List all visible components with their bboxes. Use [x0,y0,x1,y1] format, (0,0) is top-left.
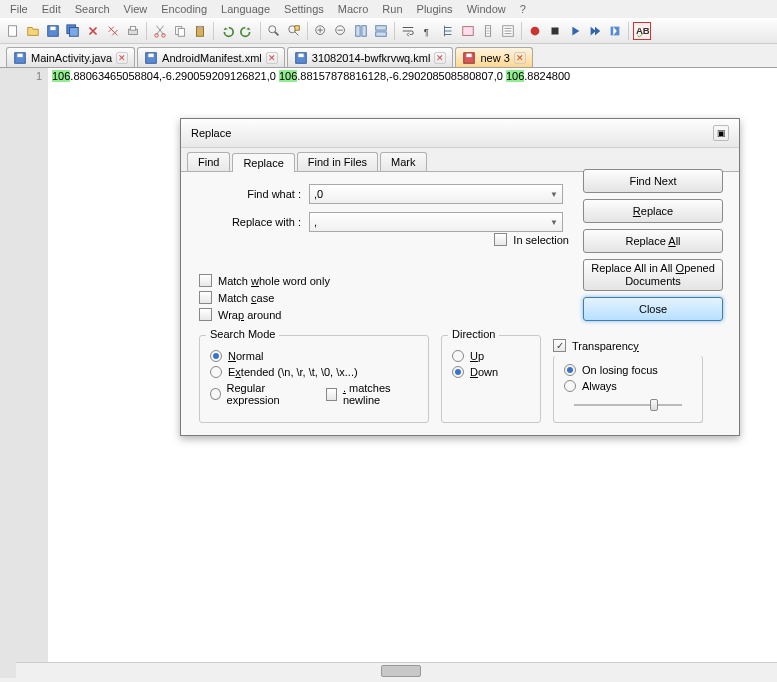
replace-with-input[interactable]: ,▼ [309,212,563,232]
svg-rect-33 [148,53,153,57]
menu-encoding[interactable]: Encoding [155,2,213,16]
radio-normal[interactable]: Normal [210,350,418,362]
undo-icon[interactable] [218,22,236,40]
svg-rect-27 [552,28,559,35]
group-label: Search Mode [206,328,279,340]
svg-rect-0 [9,26,17,37]
chevron-down-icon[interactable]: ▼ [550,218,558,227]
tab-close-icon[interactable]: ✕ [266,52,278,64]
menu-window[interactable]: Window [461,2,512,16]
radio-regex[interactable]: Regular expression . matches newline [210,382,418,406]
radio-up[interactable]: Up [452,350,530,362]
checkbox-icon [199,291,212,304]
transparency-group: ✓Transparency On losing focus Always [553,335,703,423]
highlight: 106 [279,70,297,82]
chevron-down-icon[interactable]: ▼ [550,190,558,199]
tab-replace[interactable]: Replace [232,153,294,172]
save-icon[interactable] [44,22,62,40]
direction-group: Direction Up Down [441,335,541,423]
word-wrap-icon[interactable] [399,22,417,40]
tab-find[interactable]: Find [187,152,230,171]
checkbox-icon [326,388,337,401]
record-macro-icon[interactable] [526,22,544,40]
find-next-button[interactable]: Find Next [583,169,723,193]
redo-icon[interactable] [238,22,256,40]
tab-close-icon[interactable]: ✕ [514,52,526,64]
doc-map-icon[interactable] [479,22,497,40]
copy-icon[interactable] [171,22,189,40]
svg-rect-15 [295,26,299,30]
sync-h-icon[interactable] [372,22,390,40]
file-icon [13,51,27,65]
slider-thumb[interactable] [650,399,658,411]
radio-extended[interactable]: Extended (\n, \r, \t, \0, \x...) [210,366,418,378]
svg-rect-19 [362,26,366,37]
replace-all-opened-button[interactable]: Replace All in All OpenedDocuments [583,259,723,291]
transparency-check[interactable]: ✓Transparency [553,339,703,352]
user-lang-icon[interactable] [459,22,477,40]
play-multi-icon[interactable] [586,22,604,40]
menu-plugins[interactable]: Plugins [411,2,459,16]
replace-icon[interactable] [285,22,303,40]
tab-find-in-files[interactable]: Find in Files [297,152,378,171]
radio-down[interactable]: Down [452,366,530,378]
print-icon[interactable] [124,22,142,40]
spellcheck-icon[interactable]: ABC [633,22,651,40]
play-macro-icon[interactable] [566,22,584,40]
tab-close-icon[interactable]: ✕ [116,52,128,64]
zoom-out-icon[interactable] [332,22,350,40]
cut-icon[interactable] [151,22,169,40]
svg-rect-12 [198,26,202,29]
show-all-chars-icon[interactable]: ¶ [419,22,437,40]
in-selection-check[interactable]: In selection [494,233,569,246]
open-file-icon[interactable] [24,22,42,40]
file-tab-active[interactable]: new 3 ✕ [455,47,532,67]
paste-icon[interactable] [191,22,209,40]
menu-run[interactable]: Run [376,2,408,16]
save-macro-icon[interactable] [606,22,624,40]
dialog-titlebar[interactable]: Replace ▣ [181,119,739,148]
stop-macro-icon[interactable] [546,22,564,40]
menu-search[interactable]: Search [69,2,116,16]
zoom-in-icon[interactable] [312,22,330,40]
radio-always[interactable]: Always [564,380,692,392]
horizontal-scrollbar[interactable] [16,662,777,678]
replace-all-button[interactable]: Replace All [583,229,723,253]
menu-settings[interactable]: Settings [278,2,330,16]
svg-text:¶: ¶ [424,26,429,37]
menu-file[interactable]: File [4,2,34,16]
func-list-icon[interactable] [499,22,517,40]
find-icon[interactable] [265,22,283,40]
radio-on-losing-focus[interactable]: On losing focus [564,364,692,376]
scrollbar-thumb[interactable] [381,665,421,677]
indent-guide-icon[interactable] [439,22,457,40]
new-file-icon[interactable] [4,22,22,40]
replace-dialog: Replace ▣ Find Replace Find in Files Mar… [180,118,740,436]
sync-v-icon[interactable] [352,22,370,40]
close-all-icon[interactable] [104,22,122,40]
radio-icon [210,388,221,400]
transparency-slider[interactable] [564,396,692,414]
save-all-icon[interactable] [64,22,82,40]
dialog-title: Replace [191,127,231,139]
svg-rect-2 [50,27,55,31]
svg-rect-20 [376,26,387,30]
menu-view[interactable]: View [118,2,154,16]
tab-label: MainActivity.java [31,52,112,64]
file-tab[interactable]: AndroidManifest.xml ✕ [137,47,285,67]
file-tab[interactable]: MainActivity.java ✕ [6,47,135,67]
close-button[interactable]: Close [583,297,723,321]
toolbar: ¶ ABC [0,18,777,44]
tab-close-icon[interactable]: ✕ [434,52,446,64]
replace-button[interactable]: Replace [583,199,723,223]
menu-language[interactable]: Language [215,2,276,16]
close-file-icon[interactable] [84,22,102,40]
file-tab[interactable]: 31082014-bwfkrvwq.kml ✕ [287,47,454,67]
group-label: Direction [448,328,499,340]
menu-macro[interactable]: Macro [332,2,375,16]
tab-mark[interactable]: Mark [380,152,426,171]
menu-help[interactable]: ? [514,2,532,16]
dialog-close-icon[interactable]: ▣ [713,125,729,141]
find-what-input[interactable]: ,0▼ [309,184,563,204]
menu-edit[interactable]: Edit [36,2,67,16]
